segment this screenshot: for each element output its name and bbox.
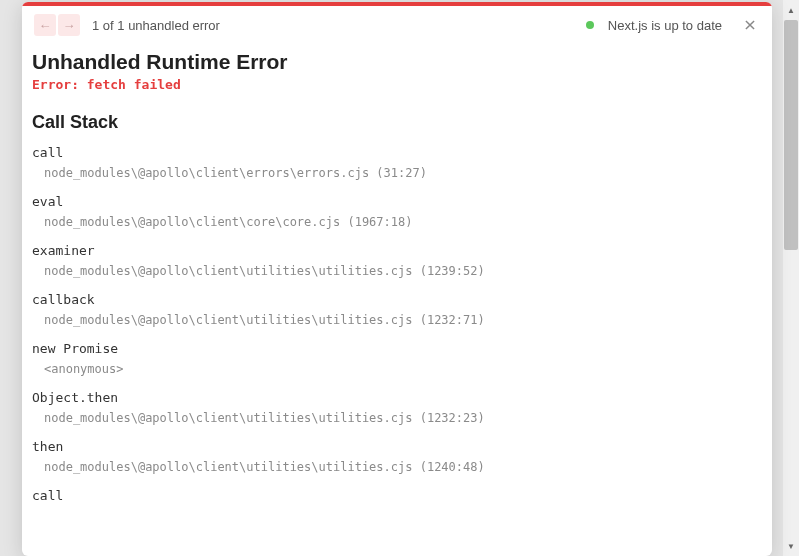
stack-frame: callnode_modules\@apollo\client\errors\e…: [32, 145, 758, 180]
stack-frame-location: node_modules\@apollo\client\core\core.cj…: [32, 215, 758, 229]
stack-frame-function: new Promise: [32, 341, 758, 356]
close-button[interactable]: [740, 15, 760, 35]
page-scrollbar-thumb[interactable]: [784, 20, 798, 250]
stack-frame-location: node_modules\@apollo\client\utilities\ut…: [32, 411, 758, 425]
stack-frame-function: callback: [32, 292, 758, 307]
stack-frame-function: Object.then: [32, 390, 758, 405]
close-icon: [743, 18, 757, 32]
callstack-frames: callnode_modules\@apollo\client\errors\e…: [32, 145, 758, 503]
stack-frame: Object.thennode_modules\@apollo\client\u…: [32, 390, 758, 425]
scroll-down-arrow[interactable]: ▼: [783, 538, 799, 554]
stack-frame: thennode_modules\@apollo\client\utilitie…: [32, 439, 758, 474]
prev-error-button[interactable]: ←: [34, 14, 56, 36]
error-nav: ← →: [34, 14, 80, 36]
callstack-title: Call Stack: [32, 112, 758, 133]
status-dot-icon: [586, 21, 594, 29]
scroll-up-arrow[interactable]: ▲: [783, 2, 799, 18]
page-scrollbar-track[interactable]: ▲ ▼: [783, 0, 799, 556]
stack-frame-function: then: [32, 439, 758, 454]
stack-frame: evalnode_modules\@apollo\client\core\cor…: [32, 194, 758, 229]
stack-frame: callbacknode_modules\@apollo\client\util…: [32, 292, 758, 327]
stack-frame-location: node_modules\@apollo\client\utilities\ut…: [32, 313, 758, 327]
stack-frame: examinernode_modules\@apollo\client\util…: [32, 243, 758, 278]
stack-frame-function: call: [32, 488, 758, 503]
error-count-text: 1 of 1 unhandled error: [92, 18, 220, 33]
stack-frame-function: eval: [32, 194, 758, 209]
stack-frame: new Promise<anonymous>: [32, 341, 758, 376]
dialog-header: ← → 1 of 1 unhandled error Next.js is up…: [22, 6, 772, 44]
stack-frame-location: node_modules\@apollo\client\errors\error…: [32, 166, 758, 180]
next-error-button[interactable]: →: [58, 14, 80, 36]
error-title: Unhandled Runtime Error: [32, 50, 758, 74]
stack-frame-location: <anonymous>: [32, 362, 758, 376]
stack-frame-function: examiner: [32, 243, 758, 258]
stack-frame-function: call: [32, 145, 758, 160]
error-message: Error: fetch failed: [32, 77, 758, 92]
arrow-left-icon: ←: [39, 18, 52, 33]
status-text: Next.js is up to date: [608, 18, 722, 33]
arrow-right-icon: →: [63, 18, 76, 33]
dialog-content: Unhandled Runtime Error Error: fetch fai…: [22, 44, 772, 531]
error-overlay-dialog: ← → 1 of 1 unhandled error Next.js is up…: [22, 2, 772, 556]
stack-frame-location: node_modules\@apollo\client\utilities\ut…: [32, 264, 758, 278]
stack-frame-location: node_modules\@apollo\client\utilities\ut…: [32, 460, 758, 474]
stack-frame: call: [32, 488, 758, 503]
